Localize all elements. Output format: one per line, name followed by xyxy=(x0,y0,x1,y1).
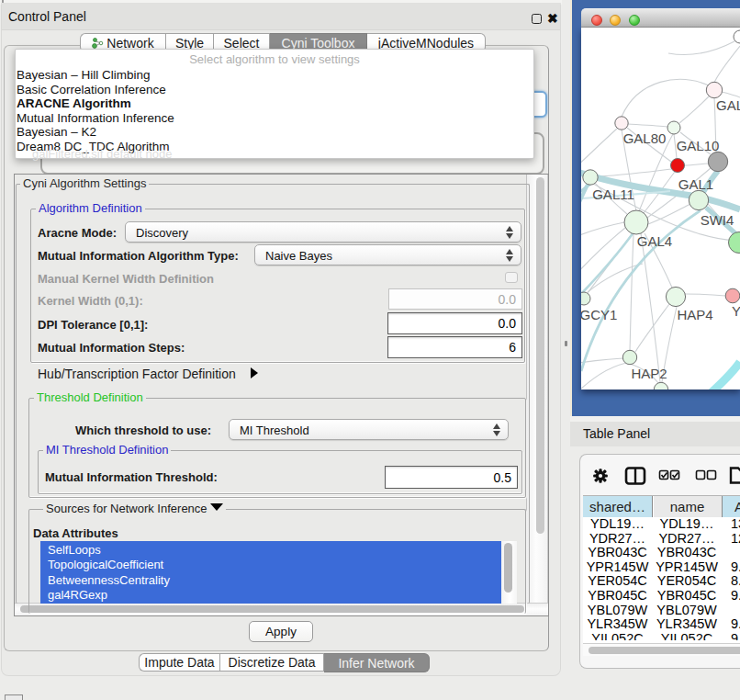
svg-text:GAL11: GAL11 xyxy=(592,186,634,202)
svg-text:GAL10: GAL10 xyxy=(677,138,720,153)
svg-text:GCY1: GCY1 xyxy=(581,307,617,322)
svg-text:GAL1: GAL1 xyxy=(678,176,713,192)
svg-text:GAL4: GAL4 xyxy=(637,233,672,249)
svg-text:GAL80: GAL80 xyxy=(623,130,667,146)
svg-text:HAP4: HAP4 xyxy=(677,307,712,322)
svg-text:Y: Y xyxy=(732,303,740,319)
svg-text:SWI4: SWI4 xyxy=(701,212,734,228)
svg-text:HAP2: HAP2 xyxy=(631,366,667,381)
svg-text:GAL7: GAL7 xyxy=(716,97,740,113)
